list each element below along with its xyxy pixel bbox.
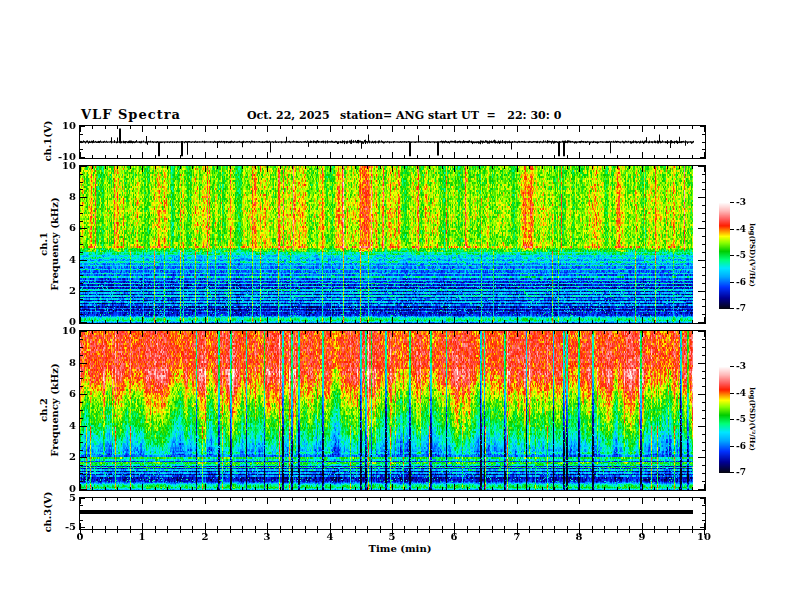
colorbar-tick-label: -7	[736, 467, 754, 478]
x-tick	[492, 331, 493, 334]
x-tick	[592, 126, 593, 129]
x-tick	[454, 498, 455, 504]
y-tick	[702, 450, 705, 451]
x-tick-outer	[542, 530, 543, 533]
x-tick	[342, 331, 343, 334]
x-tick	[117, 526, 118, 529]
x-tick	[267, 523, 268, 529]
y-tick	[80, 520, 83, 521]
x-tick	[255, 166, 256, 169]
x-tick	[192, 155, 193, 158]
x-tick	[367, 498, 368, 501]
x-tick	[217, 331, 218, 334]
x-tick	[255, 155, 256, 158]
colorbar-tick	[730, 393, 734, 394]
x-tick	[392, 523, 393, 529]
x-tick	[629, 155, 630, 158]
x-tick	[492, 487, 493, 490]
x-tick	[554, 155, 555, 158]
x-tick	[355, 526, 356, 529]
y-tick	[80, 228, 87, 229]
y-tick	[702, 418, 705, 419]
x-tick-outer	[242, 530, 243, 533]
x-tick	[217, 166, 218, 169]
x-tick	[642, 152, 643, 158]
x-tick	[579, 166, 580, 172]
x-tick	[180, 487, 181, 490]
x-tick	[467, 331, 468, 334]
x-tick	[479, 526, 480, 529]
x-tick	[155, 166, 156, 169]
x-tick	[517, 317, 518, 323]
x-tick	[417, 487, 418, 490]
x-tick	[280, 126, 281, 129]
x-tick-outer	[355, 530, 356, 533]
x-tick	[592, 331, 593, 334]
x-tick	[429, 155, 430, 158]
x-tick	[667, 155, 668, 158]
x-tick	[679, 498, 680, 501]
x-tick	[280, 526, 281, 529]
x-tick-outer	[92, 530, 93, 533]
x-tick	[367, 155, 368, 158]
x-tick	[579, 317, 580, 323]
x-tick	[167, 487, 168, 490]
x-tick	[467, 166, 468, 169]
x-tick	[142, 523, 143, 529]
y-tick-label: 6	[50, 222, 76, 234]
x-tick-outer	[117, 530, 118, 533]
x-tick	[105, 166, 106, 169]
y-tick	[80, 457, 87, 458]
x-tick	[117, 487, 118, 490]
x-tick	[654, 320, 655, 323]
x-tick-outer	[617, 530, 618, 533]
x-tick	[392, 166, 393, 172]
x-tick	[604, 487, 605, 490]
y-tick	[80, 442, 83, 443]
y-tick	[80, 402, 83, 403]
colorbar-tick	[730, 229, 734, 230]
x-tick	[105, 498, 106, 501]
y-tick	[698, 291, 705, 292]
x-tick	[667, 166, 668, 169]
x-tick	[492, 166, 493, 169]
y-tick	[80, 418, 83, 419]
x-tick-label: 5	[380, 531, 404, 543]
y-tick	[80, 450, 83, 451]
x-tick	[155, 498, 156, 501]
x-tick	[242, 155, 243, 158]
y-tick	[698, 322, 705, 323]
colorbar-tick-label: -4	[736, 388, 754, 399]
x-tick	[579, 523, 580, 529]
x-tick	[255, 320, 256, 323]
x-tick	[167, 320, 168, 323]
y-tick-label: 8	[50, 357, 76, 369]
x-tick	[504, 166, 505, 169]
x-tick-label: 8	[567, 531, 591, 543]
x-tick	[180, 126, 181, 129]
y-tick	[702, 386, 705, 387]
x-tick	[142, 317, 143, 323]
x-tick	[567, 487, 568, 490]
x-tick	[242, 331, 243, 334]
x-tick	[554, 166, 555, 169]
x-tick	[417, 498, 418, 501]
x-tick-outer	[679, 530, 680, 533]
x-tick	[342, 526, 343, 529]
colorbar-1-gradient	[719, 202, 730, 309]
x-tick	[517, 126, 518, 132]
x-tick	[380, 166, 381, 169]
x-tick	[479, 166, 480, 169]
x-tick	[454, 317, 455, 323]
x-tick	[629, 126, 630, 129]
x-tick	[242, 498, 243, 501]
y-tick	[80, 363, 87, 364]
x-tick-outer	[180, 530, 181, 533]
x-tick	[280, 166, 281, 169]
x-tick	[317, 498, 318, 501]
x-tick	[180, 166, 181, 169]
x-tick	[330, 126, 331, 132]
x-tick	[142, 152, 143, 158]
vlf-spectra-figure: VLF Spectra Oct. 22, 2025 station= ANG s…	[0, 0, 792, 612]
x-tick-outer	[230, 530, 231, 533]
